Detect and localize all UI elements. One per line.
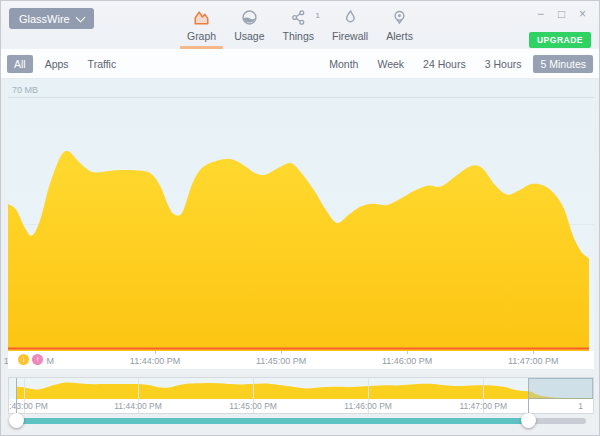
window-minimize-button[interactable]: − xyxy=(534,6,547,22)
axis-tick xyxy=(407,351,408,354)
overview[interactable]: 11:43:00 PM11:44:00 PM11:45:00 PM11:46:0… xyxy=(8,377,594,414)
overview-axis-label: 11:47:00 PM xyxy=(459,401,507,411)
tab-label: Firewall xyxy=(332,30,368,42)
window-maximize-button[interactable]: □ xyxy=(555,6,568,22)
tab-things[interactable]: 1Things xyxy=(274,8,324,49)
overview-unselected-region xyxy=(528,378,593,399)
filter-bar: AllAppsTraffic MonthWeek24 Hours3 Hours5… xyxy=(1,49,599,79)
tab-graph[interactable]: Graph xyxy=(178,8,225,49)
graph-icon xyxy=(192,8,211,27)
things-icon xyxy=(289,8,308,27)
tab-label: Graph xyxy=(187,30,216,42)
range-week[interactable]: Week xyxy=(370,55,411,73)
overview-axis-label: 1 xyxy=(578,401,583,411)
selection-start-handle[interactable] xyxy=(16,378,17,413)
filter-all[interactable]: All xyxy=(7,55,33,73)
scrollbar-track-inactive[interactable] xyxy=(528,418,586,424)
scrollbar-handle-left[interactable] xyxy=(9,413,24,428)
tab-bar: GraphUsage1ThingsFirewallAlerts xyxy=(178,1,422,49)
glasswire-window: GlassWire GraphUsage1ThingsFirewallAlert… xyxy=(0,0,600,436)
overview-area-chart xyxy=(9,378,593,399)
scrollbar-track-active[interactable] xyxy=(16,418,528,424)
overview-axis-label: 11:43:00 PM xyxy=(8,401,48,411)
axis-label: 11:44:00 PM xyxy=(130,356,180,366)
filter-left: AllAppsTraffic xyxy=(7,55,123,73)
upgrade-button[interactable]: UPGRADE xyxy=(529,32,591,48)
axis-label: 11:47:00 PM xyxy=(508,356,558,366)
axis-tick xyxy=(533,351,534,354)
window-controls: −□× xyxy=(534,6,589,22)
overview-axis-label: 11:45:00 PM xyxy=(229,401,277,411)
overview-chart[interactable] xyxy=(9,378,593,399)
overview-axis-label: 11:44:00 PM xyxy=(114,401,162,411)
alerts-icon xyxy=(390,8,409,27)
filter-apps[interactable]: Apps xyxy=(38,55,76,73)
range-24-hours[interactable]: 24 Hours xyxy=(416,55,473,73)
legend-download-icon: ↓ xyxy=(18,354,29,365)
tab-label: Alerts xyxy=(386,30,413,42)
app-header: GlassWire GraphUsage1ThingsFirewallAlert… xyxy=(1,1,599,50)
overview-axis-label: 11:46:00 PM xyxy=(344,401,392,411)
legend-upload-icon: ↑ xyxy=(32,354,43,365)
tab-alerts[interactable]: Alerts xyxy=(377,8,422,49)
glasswire-menu-button[interactable]: GlassWire xyxy=(9,8,94,29)
range-5-minutes[interactable]: 5 Minutes xyxy=(533,55,593,73)
tab-label: Usage xyxy=(234,30,264,42)
axis-label: 11:45:00 PM xyxy=(256,356,306,366)
window-close-button[interactable]: × xyxy=(576,6,589,22)
tab-firewall[interactable]: Firewall xyxy=(323,8,377,49)
range-month[interactable]: Month xyxy=(322,55,365,73)
tab-label: Things xyxy=(283,30,315,42)
usage-icon xyxy=(240,8,259,27)
main-bandwidth-chart[interactable]: 70 MB xyxy=(8,79,594,351)
selection-end-handle[interactable] xyxy=(528,378,529,413)
range-3-hours[interactable]: 3 Hours xyxy=(478,55,529,73)
tab-badge: 1 xyxy=(316,11,320,20)
filter-traffic[interactable]: Traffic xyxy=(81,55,124,73)
main-x-axis: 11:43:00 PM11:44:00 PM11:45:00 PM11:46:0… xyxy=(8,351,594,369)
axis-tick xyxy=(281,351,282,354)
scrollbar-handle-right[interactable] xyxy=(521,413,536,428)
tab-usage[interactable]: Usage xyxy=(225,8,273,49)
glasswire-menu-label: GlassWire xyxy=(19,13,70,25)
axis-tick xyxy=(155,351,156,354)
firewall-icon xyxy=(341,8,360,27)
chevron-down-icon xyxy=(75,12,85,22)
axis-label: 11:46:00 PM xyxy=(382,356,432,366)
filter-right: MonthWeek24 Hours3 Hours5 Minutes xyxy=(322,55,593,73)
main-area-chart xyxy=(8,79,594,351)
